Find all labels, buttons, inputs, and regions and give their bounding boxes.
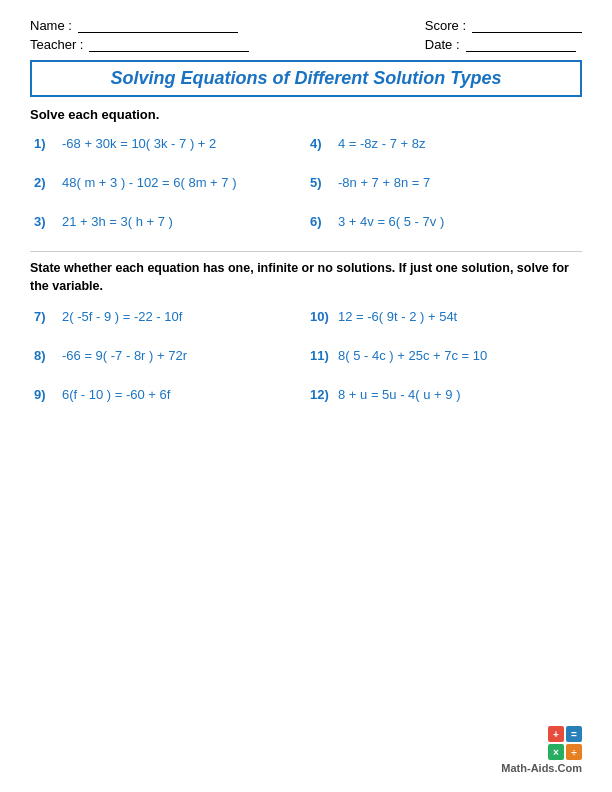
problem-number: 4) <box>310 136 332 151</box>
score-line <box>472 19 582 33</box>
list-item: 2)48( m + 3 ) - 102 = 6( 8m + 7 ) <box>30 169 306 208</box>
section-divider <box>30 251 582 252</box>
list-item: 9)6(f - 10 ) = -60 + 6f <box>30 381 306 420</box>
list-item: 10)12 = -6( 9t - 2 ) + 54t <box>306 303 582 342</box>
logo: + = × ÷ Math-Aids.Com <box>501 726 582 774</box>
problem-equation: 12 = -6( 9t - 2 ) + 54t <box>338 309 457 324</box>
instruction1: Solve each equation. <box>30 107 582 122</box>
problem-number: 9) <box>34 387 56 402</box>
name-row: Name : <box>30 18 249 33</box>
problem-number: 1) <box>34 136 56 151</box>
problem-number: 6) <box>310 214 332 229</box>
list-item: 5)-8n + 7 + 8n = 7 <box>306 169 582 208</box>
teacher-label: Teacher : <box>30 37 83 52</box>
header-right: Score : Date : <box>425 18 582 52</box>
problem-number: 3) <box>34 214 56 229</box>
list-item: 8)-66 = 9( -7 - 8r ) + 72r <box>30 342 306 381</box>
problem-number: 11) <box>310 348 332 363</box>
logo-cell-4: ÷ <box>566 744 582 760</box>
date-label: Date : <box>425 37 460 52</box>
problem-equation: 4 = -8z - 7 + 8z <box>338 136 425 151</box>
problem-equation: 3 + 4v = 6( 5 - 7v ) <box>338 214 444 229</box>
list-item: 4)4 = -8z - 7 + 8z <box>306 130 582 169</box>
list-item: 7)2( -5f - 9 ) = -22 - 10f <box>30 303 306 342</box>
problem-number: 8) <box>34 348 56 363</box>
logo-text: Math-Aids.Com <box>501 762 582 774</box>
problem-number: 5) <box>310 175 332 190</box>
problem-number: 7) <box>34 309 56 324</box>
title-box: Solving Equations of Different Solution … <box>30 60 582 97</box>
list-item: 11)8( 5 - 4c ) + 25c + 7c = 10 <box>306 342 582 381</box>
problems-section2: 7)2( -5f - 9 ) = -22 - 10f10)12 = -6( 9t… <box>30 303 582 420</box>
problem-equation: 8( 5 - 4c ) + 25c + 7c = 10 <box>338 348 487 363</box>
list-item: 1)-68 + 30k = 10( 3k - 7 ) + 2 <box>30 130 306 169</box>
name-label: Name : <box>30 18 72 33</box>
problem-equation: 8 + u = 5u - 4( u + 9 ) <box>338 387 461 402</box>
problem-equation: 21 + 3h = 3( h + 7 ) <box>62 214 173 229</box>
problem-number: 12) <box>310 387 332 402</box>
logo-cell-3: × <box>548 744 564 760</box>
problems-section1: 1)-68 + 30k = 10( 3k - 7 ) + 24)4 = -8z … <box>30 130 582 247</box>
teacher-line <box>89 38 249 52</box>
header: Name : Teacher : Score : Date : <box>30 18 582 52</box>
logo-grid: + = × ÷ <box>548 726 582 760</box>
score-label: Score : <box>425 18 466 33</box>
problem-equation: 2( -5f - 9 ) = -22 - 10f <box>62 309 182 324</box>
problem-equation: 6(f - 10 ) = -60 + 6f <box>62 387 170 402</box>
date-row: Date : <box>425 37 582 52</box>
page-title: Solving Equations of Different Solution … <box>110 68 501 88</box>
instruction2: State whether each equation has one, inf… <box>30 260 582 295</box>
logo-cell-2: = <box>566 726 582 742</box>
logo-cell-1: + <box>548 726 564 742</box>
name-line <box>78 19 238 33</box>
problem-equation: -66 = 9( -7 - 8r ) + 72r <box>62 348 187 363</box>
problem-equation: -8n + 7 + 8n = 7 <box>338 175 430 190</box>
teacher-row: Teacher : <box>30 37 249 52</box>
list-item: 6)3 + 4v = 6( 5 - 7v ) <box>306 208 582 247</box>
date-line <box>466 38 576 52</box>
page: Name : Teacher : Score : Date : Solving … <box>0 0 612 792</box>
list-item: 3)21 + 3h = 3( h + 7 ) <box>30 208 306 247</box>
header-left: Name : Teacher : <box>30 18 249 52</box>
list-item: 12)8 + u = 5u - 4( u + 9 ) <box>306 381 582 420</box>
problem-equation: -68 + 30k = 10( 3k - 7 ) + 2 <box>62 136 216 151</box>
score-row: Score : <box>425 18 582 33</box>
problem-number: 10) <box>310 309 332 324</box>
problem-equation: 48( m + 3 ) - 102 = 6( 8m + 7 ) <box>62 175 237 190</box>
problem-number: 2) <box>34 175 56 190</box>
